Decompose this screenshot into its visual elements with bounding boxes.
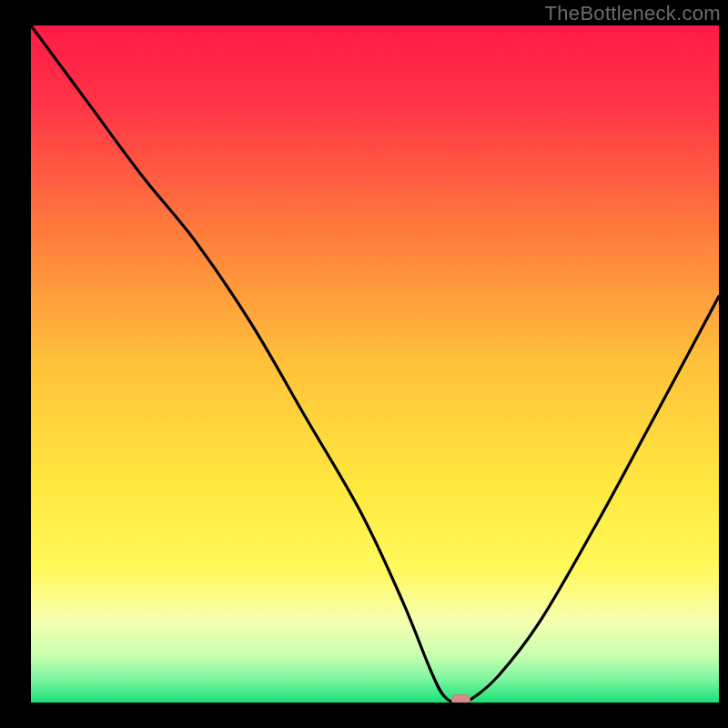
chart-svg (31, 25, 719, 703)
watermark-text: TheBottleneck.com (545, 2, 721, 25)
chart-frame: TheBottleneck.com (0, 0, 728, 728)
optimal-marker (452, 695, 470, 703)
plot-area (31, 25, 719, 703)
gradient-background (31, 25, 719, 703)
